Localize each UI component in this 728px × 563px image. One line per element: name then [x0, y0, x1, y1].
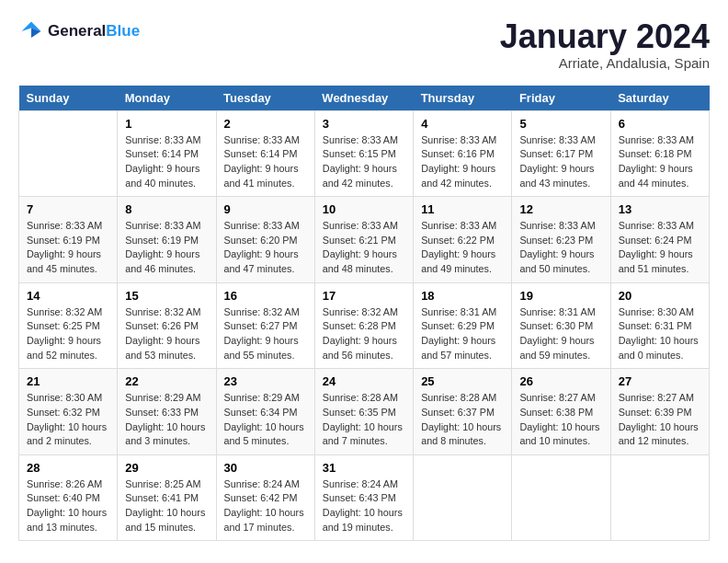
calendar-cell: 13Sunrise: 8:33 AMSunset: 6:24 PMDayligh…	[610, 197, 709, 283]
title-block: January 2024 Arriate, Andalusia, Spain	[500, 18, 710, 71]
cell-content: Sunrise: 8:27 AMSunset: 6:39 PMDaylight:…	[619, 391, 701, 449]
day-number: 11	[421, 202, 504, 216]
cell-content: Sunrise: 8:30 AMSunset: 6:31 PMDaylight:…	[619, 305, 701, 363]
calendar-cell: 21Sunrise: 8:30 AMSunset: 6:32 PMDayligh…	[19, 369, 118, 455]
cell-content: Sunrise: 8:33 AMSunset: 6:15 PMDaylight:…	[323, 133, 405, 191]
calendar-cell: 20Sunrise: 8:30 AMSunset: 6:31 PMDayligh…	[610, 282, 709, 369]
header-thursday: Thursday	[414, 86, 512, 111]
day-number: 25	[421, 374, 504, 388]
cell-content: Sunrise: 8:24 AMSunset: 6:42 PMDaylight:…	[224, 477, 307, 535]
day-number: 10	[323, 202, 405, 216]
day-number: 17	[323, 289, 405, 303]
calendar-cell: 17Sunrise: 8:32 AMSunset: 6:28 PMDayligh…	[314, 282, 413, 369]
day-number: 1	[125, 117, 208, 131]
calendar-cell	[610, 454, 709, 541]
week-row-1: 1Sunrise: 8:33 AMSunset: 6:14 PMDaylight…	[19, 110, 710, 197]
day-number: 22	[125, 374, 208, 388]
day-number: 9	[224, 202, 307, 216]
calendar-cell: 1Sunrise: 8:33 AMSunset: 6:14 PMDaylight…	[118, 110, 216, 197]
day-number: 31	[323, 461, 405, 475]
day-number: 16	[224, 289, 307, 303]
cell-content: Sunrise: 8:32 AMSunset: 6:28 PMDaylight:…	[323, 305, 405, 363]
header-tuesday: Tuesday	[216, 86, 314, 111]
day-number: 21	[27, 374, 109, 388]
day-number: 5	[519, 117, 602, 131]
calendar-cell: 4Sunrise: 8:33 AMSunset: 6:16 PMDaylight…	[414, 110, 512, 197]
day-number: 18	[421, 289, 504, 303]
calendar-cell: 25Sunrise: 8:28 AMSunset: 6:37 PMDayligh…	[414, 369, 512, 455]
calendar-cell	[512, 454, 610, 541]
location: Arriate, Andalusia, Spain	[500, 55, 710, 71]
cell-content: Sunrise: 8:33 AMSunset: 6:18 PMDaylight:…	[619, 133, 701, 191]
calendar-cell: 12Sunrise: 8:33 AMSunset: 6:23 PMDayligh…	[512, 197, 610, 283]
logo: GeneralBlue	[18, 18, 140, 44]
calendar-cell: 31Sunrise: 8:24 AMSunset: 6:43 PMDayligh…	[314, 454, 413, 541]
week-row-4: 21Sunrise: 8:30 AMSunset: 6:32 PMDayligh…	[19, 369, 710, 455]
calendar-cell: 19Sunrise: 8:31 AMSunset: 6:30 PMDayligh…	[512, 282, 610, 369]
calendar-cell: 28Sunrise: 8:26 AMSunset: 6:40 PMDayligh…	[19, 454, 118, 541]
calendar-cell: 16Sunrise: 8:32 AMSunset: 6:27 PMDayligh…	[216, 282, 314, 369]
cell-content: Sunrise: 8:31 AMSunset: 6:30 PMDaylight:…	[519, 305, 602, 363]
calendar-cell: 7Sunrise: 8:33 AMSunset: 6:19 PMDaylight…	[19, 197, 118, 283]
logo-icon	[18, 18, 44, 44]
cell-content: Sunrise: 8:33 AMSunset: 6:21 PMDaylight:…	[323, 219, 405, 277]
calendar-cell: 27Sunrise: 8:27 AMSunset: 6:39 PMDayligh…	[610, 369, 709, 455]
cell-content: Sunrise: 8:33 AMSunset: 6:19 PMDaylight:…	[27, 219, 109, 277]
day-number: 2	[224, 117, 307, 131]
week-row-2: 7Sunrise: 8:33 AMSunset: 6:19 PMDaylight…	[19, 197, 710, 283]
header-monday: Monday	[118, 86, 216, 111]
calendar-cell: 29Sunrise: 8:25 AMSunset: 6:41 PMDayligh…	[118, 454, 216, 541]
calendar-cell: 10Sunrise: 8:33 AMSunset: 6:21 PMDayligh…	[314, 197, 413, 283]
page-header: GeneralBlue January 2024 Arriate, Andalu…	[18, 18, 710, 71]
calendar-cell: 23Sunrise: 8:29 AMSunset: 6:34 PMDayligh…	[216, 369, 314, 455]
cell-content: Sunrise: 8:29 AMSunset: 6:34 PMDaylight:…	[224, 391, 307, 449]
calendar-cell: 5Sunrise: 8:33 AMSunset: 6:17 PMDaylight…	[512, 110, 610, 197]
calendar-cell: 11Sunrise: 8:33 AMSunset: 6:22 PMDayligh…	[414, 197, 512, 283]
calendar-cell	[19, 110, 118, 197]
cell-content: Sunrise: 8:28 AMSunset: 6:37 PMDaylight:…	[421, 391, 504, 449]
cell-content: Sunrise: 8:33 AMSunset: 6:23 PMDaylight:…	[519, 219, 602, 277]
week-row-5: 28Sunrise: 8:26 AMSunset: 6:40 PMDayligh…	[19, 454, 710, 541]
cell-content: Sunrise: 8:33 AMSunset: 6:14 PMDaylight:…	[125, 133, 208, 191]
cell-content: Sunrise: 8:32 AMSunset: 6:25 PMDaylight:…	[27, 305, 109, 363]
calendar-cell	[414, 454, 512, 541]
cell-content: Sunrise: 8:26 AMSunset: 6:40 PMDaylight:…	[27, 477, 109, 535]
cell-content: Sunrise: 8:28 AMSunset: 6:35 PMDaylight:…	[323, 391, 405, 449]
cell-content: Sunrise: 8:33 AMSunset: 6:20 PMDaylight:…	[224, 219, 307, 277]
cell-content: Sunrise: 8:33 AMSunset: 6:22 PMDaylight:…	[421, 219, 504, 277]
day-number: 24	[323, 374, 405, 388]
day-number: 3	[323, 117, 405, 131]
calendar-cell: 9Sunrise: 8:33 AMSunset: 6:20 PMDaylight…	[216, 197, 314, 283]
header-row: SundayMondayTuesdayWednesdayThursdayFrid…	[19, 86, 710, 111]
cell-content: Sunrise: 8:27 AMSunset: 6:38 PMDaylight:…	[519, 391, 602, 449]
calendar-cell: 3Sunrise: 8:33 AMSunset: 6:15 PMDaylight…	[314, 110, 413, 197]
calendar-cell: 6Sunrise: 8:33 AMSunset: 6:18 PMDaylight…	[610, 110, 709, 197]
calendar-cell: 24Sunrise: 8:28 AMSunset: 6:35 PMDayligh…	[314, 369, 413, 455]
cell-content: Sunrise: 8:32 AMSunset: 6:27 PMDaylight:…	[224, 305, 307, 363]
day-number: 29	[125, 461, 208, 475]
cell-content: Sunrise: 8:33 AMSunset: 6:14 PMDaylight:…	[224, 133, 307, 191]
header-saturday: Saturday	[610, 86, 709, 111]
header-wednesday: Wednesday	[314, 86, 413, 111]
logo-text: GeneralBlue	[48, 22, 140, 40]
day-number: 26	[519, 374, 602, 388]
cell-content: Sunrise: 8:31 AMSunset: 6:29 PMDaylight:…	[421, 305, 504, 363]
cell-content: Sunrise: 8:33 AMSunset: 6:17 PMDaylight:…	[519, 133, 602, 191]
day-number: 19	[519, 289, 602, 303]
header-sunday: Sunday	[19, 86, 118, 111]
calendar-cell: 30Sunrise: 8:24 AMSunset: 6:42 PMDayligh…	[216, 454, 314, 541]
calendar-cell: 15Sunrise: 8:32 AMSunset: 6:26 PMDayligh…	[118, 282, 216, 369]
day-number: 4	[421, 117, 504, 131]
calendar-cell: 2Sunrise: 8:33 AMSunset: 6:14 PMDaylight…	[216, 110, 314, 197]
day-number: 28	[27, 461, 109, 475]
calendar-cell: 8Sunrise: 8:33 AMSunset: 6:19 PMDaylight…	[118, 197, 216, 283]
cell-content: Sunrise: 8:33 AMSunset: 6:19 PMDaylight:…	[125, 219, 208, 277]
day-number: 12	[519, 202, 602, 216]
cell-content: Sunrise: 8:25 AMSunset: 6:41 PMDaylight:…	[125, 477, 208, 535]
day-number: 30	[224, 461, 307, 475]
calendar-table: SundayMondayTuesdayWednesdayThursdayFrid…	[18, 86, 710, 542]
day-number: 8	[125, 202, 208, 216]
day-number: 14	[27, 289, 109, 303]
calendar-cell: 26Sunrise: 8:27 AMSunset: 6:38 PMDayligh…	[512, 369, 610, 455]
calendar-cell: 18Sunrise: 8:31 AMSunset: 6:29 PMDayligh…	[414, 282, 512, 369]
